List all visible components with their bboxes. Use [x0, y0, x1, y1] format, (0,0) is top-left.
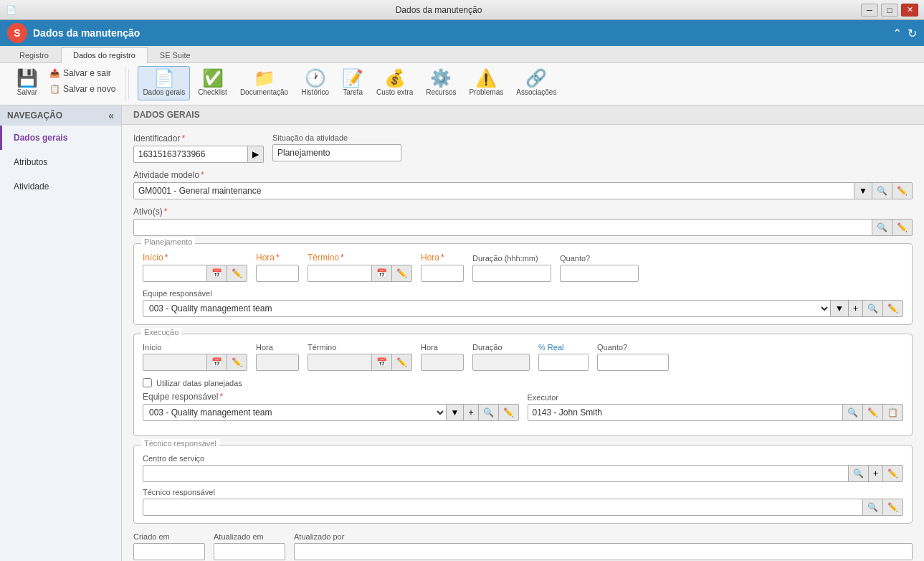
- exec-termino-cal-button[interactable]: 📅: [372, 354, 392, 371]
- content-section-title: DADOS GERAIS: [133, 110, 200, 120]
- identificador-input[interactable]: [133, 146, 248, 163]
- collapse-app-button[interactable]: ⌃: [892, 27, 902, 40]
- sidebar-item-atividade[interactable]: Atividade: [0, 174, 121, 199]
- tab-se-suite[interactable]: SE Suite: [148, 47, 203, 62]
- plan-inicio-time-button[interactable]: ✏️: [227, 265, 247, 282]
- plan-termino-time-button[interactable]: ✏️: [392, 265, 412, 282]
- plan-equipe-dropdown-button[interactable]: ▼: [831, 300, 849, 317]
- sidebar: NAVEGAÇÃO « Dados gerais Atributos Ativi…: [0, 105, 122, 561]
- btn-problemas[interactable]: ⚠️ Problemas: [464, 66, 508, 100]
- save-new-button[interactable]: 📋 Salvar e novo: [46, 82, 119, 96]
- exec-executor-input[interactable]: [528, 404, 844, 421]
- exec-percent-input[interactable]: [538, 354, 589, 371]
- exec-executor-copy-button[interactable]: 📋: [883, 404, 903, 421]
- exec-inicio-label: Início: [143, 343, 247, 352]
- plan-equipe-edit-button[interactable]: ✏️: [883, 300, 903, 317]
- maximize-button[interactable]: □: [881, 4, 898, 16]
- exec-inicio-time-button[interactable]: ✏️: [227, 354, 247, 371]
- exec-inicio-input[interactable]: [143, 354, 207, 371]
- content-area: DADOS GERAIS Identificador * ▶ Situação …: [122, 105, 924, 561]
- btn-historico[interactable]: 🕐 Histórico: [296, 66, 334, 100]
- exec-hora2-input[interactable]: [421, 354, 464, 371]
- exec-equipe-dropdown-button[interactable]: ▼: [447, 404, 465, 421]
- exec-inicio-cal-button[interactable]: 📅: [207, 354, 227, 371]
- minimize-button[interactable]: ─: [861, 4, 878, 16]
- plan-termino-cal-button[interactable]: 📅: [372, 265, 392, 282]
- documentacao-label: Documentação: [240, 88, 288, 97]
- plan-quanto-input[interactable]: [560, 265, 639, 282]
- title-doc-icon: 📄: [6, 5, 16, 15]
- sidebar-item-atributos[interactable]: Atributos: [0, 150, 121, 174]
- exec-duracao-label: Duração: [472, 343, 530, 352]
- centro-service-label: Centro de serviço: [143, 454, 903, 463]
- usar-datas-row: Utilizar datas planejadas: [143, 378, 903, 387]
- exec-termino-input[interactable]: [308, 354, 372, 371]
- refresh-button[interactable]: ↻: [908, 27, 917, 40]
- criado-em-input[interactable]: [133, 543, 205, 560]
- atividade-modelo-edit-button[interactable]: ✏️: [892, 182, 913, 199]
- plan-equipe-search-button[interactable]: 🔍: [863, 300, 883, 317]
- window-title: Dados da manutenção: [16, 5, 861, 15]
- centro-service-edit-button[interactable]: ✏️: [883, 465, 903, 482]
- btn-tarefa[interactable]: 📝 Tarefa: [337, 66, 368, 100]
- ativos-edit-button[interactable]: ✏️: [892, 219, 913, 236]
- exec-termino-label: Término: [308, 343, 412, 352]
- plan-inicio-cal-button[interactable]: 📅: [207, 265, 227, 282]
- btn-checklist[interactable]: ✅ Checklist: [193, 66, 232, 100]
- exec-quanto-input[interactable]: [597, 354, 669, 371]
- atividade-modelo-search-button[interactable]: 🔍: [872, 182, 892, 199]
- exec-hora1-group: Hora: [256, 343, 299, 371]
- atualizado-em-input[interactable]: [214, 543, 285, 560]
- save-button[interactable]: 💾 Salvar: [11, 66, 43, 100]
- title-bar: 📄 Dados da manutenção ─ □ ✕: [0, 0, 924, 20]
- ribbon-group-registro: 💾 Salvar 📤 Salvar e sair 📋 Salvar e novo: [6, 66, 125, 102]
- ativos-input[interactable]: [133, 219, 872, 236]
- identificador-nav-button[interactable]: ▶: [248, 146, 264, 163]
- centro-service-add-button[interactable]: +: [869, 465, 883, 482]
- plan-equipe-select[interactable]: 003 - Quality management team: [143, 300, 831, 317]
- plan-equipe-add-button[interactable]: +: [849, 300, 863, 317]
- tecnico-responsavel-search-button[interactable]: 🔍: [863, 499, 883, 516]
- btn-associacoes[interactable]: 🔗 Associações: [511, 66, 561, 100]
- exec-executor-search-button[interactable]: 🔍: [843, 404, 863, 421]
- sidebar-collapse-button[interactable]: «: [108, 110, 114, 121]
- exec-quanto-label: Quanto?: [597, 343, 669, 352]
- tecnico-responsavel-edit-button[interactable]: ✏️: [883, 499, 903, 516]
- ativos-search-button[interactable]: 🔍: [872, 219, 892, 236]
- atividade-modelo-dropdown-button[interactable]: ▼: [854, 182, 872, 199]
- btn-recursos[interactable]: ⚙️ Recursos: [421, 66, 461, 100]
- usar-datas-checkbox[interactable]: [143, 378, 152, 387]
- situacao-input[interactable]: [272, 144, 401, 161]
- btn-documentacao[interactable]: 📁 Documentação: [235, 66, 293, 100]
- exec-equipe-search-button[interactable]: 🔍: [479, 404, 499, 421]
- atualizado-em-label: Atualizado em: [214, 532, 285, 541]
- plan-termino-group: Término * 📅 ✏️: [308, 253, 412, 282]
- atualizado-por-input[interactable]: [294, 543, 913, 560]
- tab-dados-registro[interactable]: Dados do registro: [61, 47, 148, 63]
- exec-duracao-input[interactable]: [472, 354, 530, 371]
- plan-termino-input[interactable]: [308, 265, 372, 282]
- tarefa-label: Tarefa: [343, 88, 363, 97]
- atividade-modelo-input[interactable]: [133, 182, 854, 199]
- save-exit-button[interactable]: 📤 Salvar e sair: [46, 66, 119, 80]
- centro-service-search-button[interactable]: 🔍: [849, 465, 869, 482]
- centro-service-input[interactable]: [143, 465, 849, 482]
- tecnico-responsavel-input[interactable]: [143, 499, 863, 516]
- btn-dados-gerais[interactable]: 📄 Dados gerais: [138, 66, 190, 100]
- tab-registro[interactable]: Registro: [7, 47, 61, 62]
- exec-hora1-input[interactable]: [256, 354, 299, 371]
- btn-custo-extra[interactable]: 💰 Custo extra: [371, 66, 418, 100]
- exec-equipe-edit-button[interactable]: ✏️: [499, 404, 519, 421]
- close-button[interactable]: ✕: [901, 4, 918, 16]
- tecnico-section: Técnico responsável Centro de serviço 🔍 …: [133, 445, 913, 524]
- sidebar-item-dados-gerais[interactable]: Dados gerais: [0, 126, 121, 150]
- exec-executor-edit-button[interactable]: ✏️: [863, 404, 883, 421]
- plan-duracao-input[interactable]: [472, 265, 551, 282]
- exec-equipe-select[interactable]: 003 - Quality management team: [143, 404, 447, 421]
- exec-termino-time-button[interactable]: ✏️: [392, 354, 412, 371]
- plan-inicio-input[interactable]: [143, 265, 207, 282]
- exec-equipe-add-button[interactable]: +: [464, 404, 478, 421]
- plan-hora2-input[interactable]: [421, 265, 464, 282]
- plan-hora1-input[interactable]: [256, 265, 299, 282]
- tecnico-responsavel-group: Técnico responsável 🔍 ✏️: [143, 488, 903, 516]
